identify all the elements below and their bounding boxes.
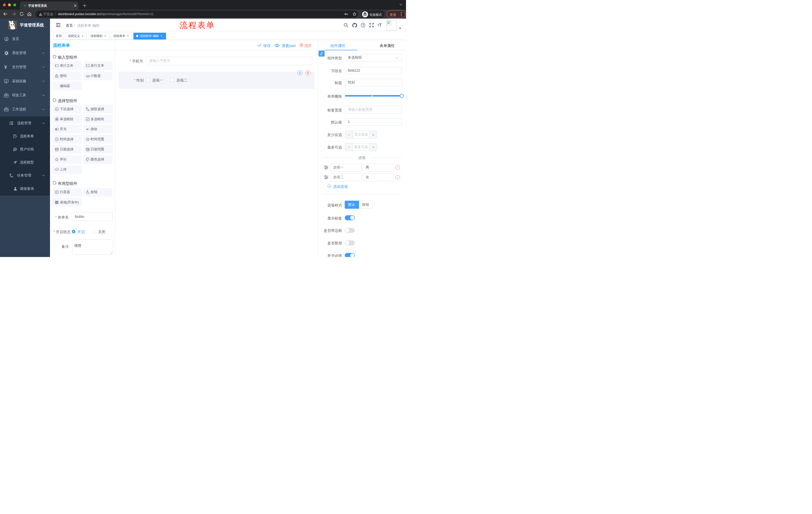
- svg-text:123: 123: [86, 75, 90, 77]
